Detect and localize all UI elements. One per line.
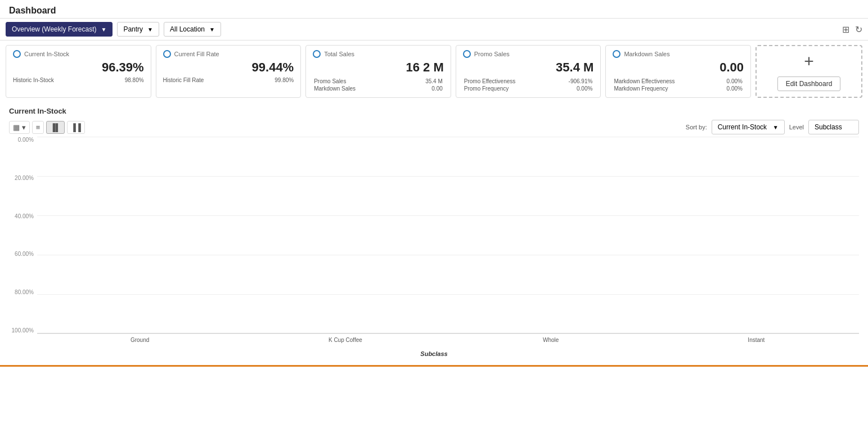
y-axis-label: 20.00% [9, 175, 37, 181]
kpi-sub-table: Promo Effectiveness -906.91% Promo Frequ… [463, 77, 594, 93]
kpi-label: Current In-Stock [24, 51, 69, 57]
x-axis-label: Whole [448, 334, 654, 350]
kpi-circle-icon [163, 50, 171, 58]
y-axis-label: 40.00% [9, 213, 37, 219]
level-label: Level [789, 124, 804, 130]
kpi-add-placeholder: + Edit Dashboard [755, 45, 862, 98]
chart-toolbar-right: Sort by: Current In-Stock ▼ Level Subcla… [686, 120, 859, 134]
kpi-footer-label: Historic Fill Rate [163, 77, 204, 83]
y-axis-label: 0.00% [9, 137, 37, 143]
chevron-down-icon: ▼ [147, 26, 153, 33]
y-axis: 100.00%80.00%60.00%40.00%20.00%0.00% [9, 137, 37, 350]
y-axis-label: 100.00% [9, 327, 37, 334]
chart-area: 100.00%80.00%60.00%40.00%20.00%0.00% Gro… [0, 137, 868, 365]
x-labels: GroundK Cup CoffeeWholeInstant [37, 334, 859, 350]
page-title: Dashboard [0, 0, 868, 19]
sort-dropdown[interactable]: Current In-Stock ▼ [712, 120, 785, 134]
level-dropdown[interactable]: Subclass [808, 120, 859, 134]
chart-type-line-icon[interactable]: ≡ [32, 121, 44, 134]
edit-dashboard-button[interactable]: Edit Dashboard [777, 76, 841, 91]
kpi-total-sales: Total Sales 16 2 M Promo Sales 35.4 M Ma… [305, 45, 451, 98]
chart-type-grouped-bar-icon[interactable]: ▐▌ [46, 121, 64, 134]
kpi-markdown-sales: Markdown Sales 0.00 Markdown Effectivene… [605, 45, 751, 98]
kpi-current-in-stock: Current In-Stock 96.39% Historic In-Stoc… [6, 45, 151, 98]
x-axis-label: K Cup Coffee [242, 334, 448, 350]
kpi-sub-table: Markdown Effectiveness 0.00% Markdown Fr… [613, 77, 744, 93]
kpi-main-value: 0.00 [613, 60, 744, 75]
kpi-footer-value: 99.80% [275, 77, 294, 83]
chevron-down-icon: ▼ [101, 26, 106, 33]
chevron-down-icon: ▼ [773, 124, 779, 130]
kpi-current-fill-rate: Current Fill Rate 99.44% Historic Fill R… [156, 45, 302, 98]
refresh-icon[interactable]: ↻ [855, 24, 862, 35]
kpi-circle-icon [13, 50, 21, 58]
toolbar-icons: ⊞ ↻ [842, 24, 862, 35]
chevron-down-icon: ▼ [209, 26, 215, 33]
chart-container: 100.00%80.00%60.00%40.00%20.00%0.00% Gro… [9, 137, 859, 350]
y-axis-label: 60.00% [9, 251, 37, 257]
chart-type-stacked-icon[interactable]: ▐▐ [67, 121, 85, 134]
kpi-main-value: 35.4 M [463, 60, 594, 75]
x-axis-label: Instant [654, 334, 859, 350]
kpi-footer-label: Historic In-Stock [13, 77, 54, 83]
kpi-footer-value: 98.80% [125, 77, 144, 83]
x-axis-title: Subclass [9, 350, 859, 359]
pantry-filter-dropdown[interactable]: Pantry ▼ [117, 22, 159, 37]
kpi-label: Promo Sales [474, 51, 510, 57]
view-dropdown[interactable]: Overview (Weekly Forecast) ▼ [6, 22, 113, 37]
chart-section-title: Current In-Stock [0, 102, 868, 118]
kpi-label: Markdown Sales [624, 51, 669, 57]
kpi-circle-icon [463, 50, 471, 58]
kpi-label: Current Fill Rate [174, 51, 219, 57]
kpi-main-value: 96.39% [13, 60, 144, 75]
kpi-sub-table: Promo Sales 35.4 M Markdown Sales 0.00 [313, 77, 444, 93]
add-kpi-icon: + [804, 52, 814, 71]
chart-plot [37, 137, 859, 334]
bottom-accent-line [0, 365, 868, 367]
kpi-circle-icon [313, 50, 321, 58]
kpi-label: Total Sales [324, 51, 354, 57]
chart-toolbar: ▦ ▾ ≡ ▐▌ ▐▐ Sort by: Current In-Stock ▼ … [0, 118, 868, 137]
kpi-row: Current In-Stock 96.39% Historic In-Stoc… [0, 40, 868, 102]
kpi-promo-sales: Promo Sales 35.4 M Promo Effectiveness -… [456, 45, 601, 98]
table-icon[interactable]: ⊞ [842, 24, 849, 35]
kpi-circle-icon [613, 50, 620, 58]
kpi-main-value: 16 2 M [313, 60, 444, 75]
y-axis-label: 80.00% [9, 289, 37, 295]
kpi-main-value: 99.44% [163, 60, 294, 75]
location-filter-dropdown[interactable]: All Location ▼ [164, 22, 221, 37]
sort-label: Sort by: [686, 124, 707, 130]
toolbar: Overview (Weekly Forecast) ▼ Pantry ▼ Al… [0, 19, 868, 40]
x-axis-label: Ground [37, 334, 242, 350]
chart-type-bar-icon[interactable]: ▦ ▾ [9, 121, 30, 134]
